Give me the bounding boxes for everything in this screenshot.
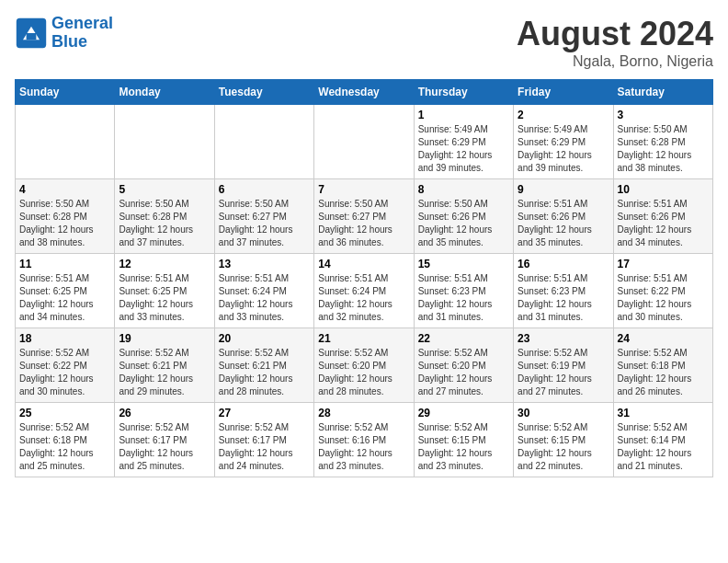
day-cell: 18Sunrise: 5:52 AM Sunset: 6:22 PM Dayli… bbox=[16, 328, 115, 403]
week-row-1: 1Sunrise: 5:49 AM Sunset: 6:29 PM Daylig… bbox=[16, 105, 713, 179]
day-number: 13 bbox=[219, 258, 310, 270]
logo: General Blue bbox=[15, 15, 113, 52]
day-number: 26 bbox=[119, 407, 210, 419]
week-row-3: 11Sunrise: 5:51 AM Sunset: 6:25 PM Dayli… bbox=[16, 254, 713, 328]
header-day-thursday: Thursday bbox=[414, 80, 513, 105]
day-number: 25 bbox=[19, 407, 110, 419]
day-info: Sunrise: 5:52 AM Sunset: 6:18 PM Dayligh… bbox=[19, 421, 110, 473]
day-cell bbox=[16, 105, 115, 179]
day-number: 20 bbox=[219, 332, 310, 345]
day-info: Sunrise: 5:52 AM Sunset: 6:16 PM Dayligh… bbox=[318, 421, 409, 473]
day-info: Sunrise: 5:52 AM Sunset: 6:20 PM Dayligh… bbox=[318, 347, 409, 398]
day-number: 14 bbox=[318, 258, 409, 270]
day-info: Sunrise: 5:50 AM Sunset: 6:26 PM Dayligh… bbox=[418, 198, 509, 249]
header-day-friday: Friday bbox=[514, 80, 613, 105]
day-number: 17 bbox=[618, 258, 709, 270]
day-info: Sunrise: 5:52 AM Sunset: 6:20 PM Dayligh… bbox=[418, 347, 509, 398]
day-number: 3 bbox=[618, 109, 709, 121]
header-day-monday: Monday bbox=[115, 80, 214, 105]
day-number: 27 bbox=[219, 407, 310, 419]
day-cell: 11Sunrise: 5:51 AM Sunset: 6:25 PM Dayli… bbox=[16, 254, 115, 328]
day-cell: 21Sunrise: 5:52 AM Sunset: 6:20 PM Dayli… bbox=[314, 328, 414, 403]
day-cell: 16Sunrise: 5:51 AM Sunset: 6:23 PM Dayli… bbox=[514, 254, 613, 328]
day-cell: 3Sunrise: 5:50 AM Sunset: 6:28 PM Daylig… bbox=[613, 105, 712, 179]
day-cell: 25Sunrise: 5:52 AM Sunset: 6:18 PM Dayli… bbox=[16, 403, 115, 477]
header-day-wednesday: Wednesday bbox=[314, 80, 414, 105]
day-info: Sunrise: 5:51 AM Sunset: 6:25 PM Dayligh… bbox=[119, 272, 210, 324]
day-info: Sunrise: 5:50 AM Sunset: 6:27 PM Dayligh… bbox=[219, 198, 310, 249]
logo-icon bbox=[15, 17, 48, 50]
logo-blue: Blue bbox=[51, 32, 87, 51]
day-number: 9 bbox=[518, 183, 609, 196]
day-info: Sunrise: 5:51 AM Sunset: 6:22 PM Dayligh… bbox=[618, 272, 709, 324]
day-cell: 9Sunrise: 5:51 AM Sunset: 6:26 PM Daylig… bbox=[514, 179, 613, 254]
day-info: Sunrise: 5:51 AM Sunset: 6:24 PM Dayligh… bbox=[219, 272, 310, 324]
day-cell bbox=[115, 105, 214, 179]
header-day-saturday: Saturday bbox=[613, 80, 712, 105]
day-info: Sunrise: 5:49 AM Sunset: 6:29 PM Dayligh… bbox=[418, 123, 509, 175]
day-info: Sunrise: 5:52 AM Sunset: 6:18 PM Dayligh… bbox=[618, 347, 709, 398]
page-header: General Blue August 2024 Ngala, Borno, N… bbox=[15, 15, 713, 70]
day-cell bbox=[314, 105, 414, 179]
day-number: 21 bbox=[318, 332, 409, 345]
day-cell: 5Sunrise: 5:50 AM Sunset: 6:28 PM Daylig… bbox=[115, 179, 214, 254]
day-cell: 6Sunrise: 5:50 AM Sunset: 6:27 PM Daylig… bbox=[214, 179, 313, 254]
day-cell: 19Sunrise: 5:52 AM Sunset: 6:21 PM Dayli… bbox=[115, 328, 214, 403]
day-info: Sunrise: 5:49 AM Sunset: 6:29 PM Dayligh… bbox=[518, 123, 609, 175]
day-info: Sunrise: 5:51 AM Sunset: 6:23 PM Dayligh… bbox=[418, 272, 509, 324]
day-info: Sunrise: 5:51 AM Sunset: 6:26 PM Dayligh… bbox=[518, 198, 609, 249]
day-info: Sunrise: 5:51 AM Sunset: 6:23 PM Dayligh… bbox=[518, 272, 609, 324]
day-info: Sunrise: 5:51 AM Sunset: 6:24 PM Dayligh… bbox=[318, 272, 409, 324]
day-info: Sunrise: 5:52 AM Sunset: 6:21 PM Dayligh… bbox=[219, 347, 310, 398]
day-info: Sunrise: 5:51 AM Sunset: 6:26 PM Dayligh… bbox=[618, 198, 709, 249]
day-number: 8 bbox=[418, 183, 509, 196]
day-cell: 14Sunrise: 5:51 AM Sunset: 6:24 PM Dayli… bbox=[314, 254, 414, 328]
calendar-header: SundayMondayTuesdayWednesdayThursdayFrid… bbox=[16, 80, 713, 105]
header-day-sunday: Sunday bbox=[16, 80, 115, 105]
location-subtitle: Ngala, Borno, Nigeria bbox=[517, 53, 713, 70]
day-info: Sunrise: 5:50 AM Sunset: 6:27 PM Dayligh… bbox=[318, 198, 409, 249]
week-row-5: 25Sunrise: 5:52 AM Sunset: 6:18 PM Dayli… bbox=[16, 403, 713, 477]
month-title: August 2024 bbox=[517, 15, 713, 53]
day-number: 19 bbox=[119, 332, 210, 345]
title-block: August 2024 Ngala, Borno, Nigeria bbox=[517, 15, 713, 70]
day-number: 12 bbox=[119, 258, 210, 270]
day-cell: 31Sunrise: 5:52 AM Sunset: 6:14 PM Dayli… bbox=[613, 403, 712, 477]
header-day-tuesday: Tuesday bbox=[214, 80, 313, 105]
day-number: 18 bbox=[19, 332, 110, 345]
day-cell: 26Sunrise: 5:52 AM Sunset: 6:17 PM Dayli… bbox=[115, 403, 214, 477]
day-info: Sunrise: 5:52 AM Sunset: 6:17 PM Dayligh… bbox=[119, 421, 210, 473]
day-number: 30 bbox=[518, 407, 609, 419]
day-info: Sunrise: 5:52 AM Sunset: 6:15 PM Dayligh… bbox=[418, 421, 509, 473]
day-cell: 17Sunrise: 5:51 AM Sunset: 6:22 PM Dayli… bbox=[613, 254, 712, 328]
day-cell: 12Sunrise: 5:51 AM Sunset: 6:25 PM Dayli… bbox=[115, 254, 214, 328]
day-number: 6 bbox=[219, 183, 310, 196]
day-number: 15 bbox=[418, 258, 509, 270]
day-cell: 10Sunrise: 5:51 AM Sunset: 6:26 PM Dayli… bbox=[613, 179, 712, 254]
day-number: 7 bbox=[318, 183, 409, 196]
day-cell: 28Sunrise: 5:52 AM Sunset: 6:16 PM Dayli… bbox=[314, 403, 414, 477]
day-number: 23 bbox=[518, 332, 609, 345]
day-info: Sunrise: 5:50 AM Sunset: 6:28 PM Dayligh… bbox=[19, 198, 110, 249]
day-cell: 4Sunrise: 5:50 AM Sunset: 6:28 PM Daylig… bbox=[16, 179, 115, 254]
day-info: Sunrise: 5:50 AM Sunset: 6:28 PM Dayligh… bbox=[618, 123, 709, 175]
day-cell: 15Sunrise: 5:51 AM Sunset: 6:23 PM Dayli… bbox=[414, 254, 513, 328]
day-info: Sunrise: 5:52 AM Sunset: 6:22 PM Dayligh… bbox=[19, 347, 110, 398]
day-cell: 22Sunrise: 5:52 AM Sunset: 6:20 PM Dayli… bbox=[414, 328, 513, 403]
day-cell: 13Sunrise: 5:51 AM Sunset: 6:24 PM Dayli… bbox=[214, 254, 313, 328]
day-number: 22 bbox=[418, 332, 509, 345]
day-info: Sunrise: 5:52 AM Sunset: 6:14 PM Dayligh… bbox=[618, 421, 709, 473]
day-info: Sunrise: 5:52 AM Sunset: 6:19 PM Dayligh… bbox=[518, 347, 609, 398]
day-number: 29 bbox=[418, 407, 509, 419]
day-cell: 29Sunrise: 5:52 AM Sunset: 6:15 PM Dayli… bbox=[414, 403, 513, 477]
calendar-table: SundayMondayTuesdayWednesdayThursdayFrid… bbox=[15, 79, 713, 477]
day-info: Sunrise: 5:52 AM Sunset: 6:21 PM Dayligh… bbox=[119, 347, 210, 398]
day-cell: 8Sunrise: 5:50 AM Sunset: 6:26 PM Daylig… bbox=[414, 179, 513, 254]
day-number: 11 bbox=[19, 258, 110, 270]
day-cell bbox=[214, 105, 313, 179]
day-info: Sunrise: 5:51 AM Sunset: 6:25 PM Dayligh… bbox=[19, 272, 110, 324]
day-number: 5 bbox=[119, 183, 210, 196]
day-info: Sunrise: 5:52 AM Sunset: 6:15 PM Dayligh… bbox=[518, 421, 609, 473]
day-number: 1 bbox=[418, 109, 509, 121]
logo-general: General bbox=[51, 14, 113, 32]
